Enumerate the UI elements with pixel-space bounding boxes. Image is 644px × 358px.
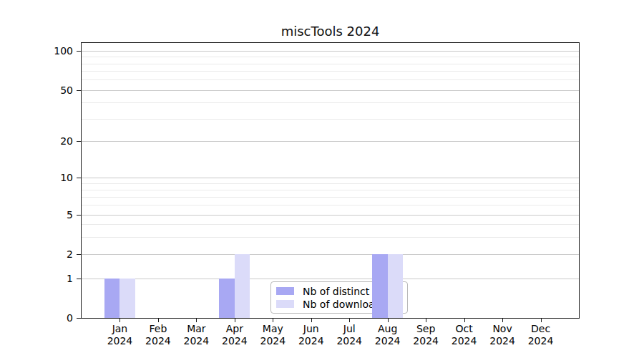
x-tick-mark [158, 319, 159, 322]
gridline-minor [82, 183, 579, 184]
y-axis-tick-labels: 0125102050100 [0, 42, 73, 319]
gridline-minor [82, 57, 579, 57]
legend-swatch-distinct-ips-icon [276, 287, 294, 295]
gridline-major [82, 279, 579, 279]
y-tick-label: 5 [0, 209, 73, 221]
chart-figure: miscTools 2024 0125102050100 Jan 2024Feb… [0, 0, 644, 358]
gridline-major [82, 215, 579, 216]
x-tick-mark [464, 319, 465, 322]
y-tick-label: 0 [0, 312, 73, 324]
y-tick-label: 50 [0, 84, 73, 96]
gridline-minor [82, 224, 579, 225]
plot-area: Nb of distinct IPs Nb of downloads [81, 42, 580, 319]
x-tick-mark [273, 319, 273, 322]
x-tick-mark [311, 319, 312, 322]
chart-title: miscTools 2024 [81, 24, 580, 39]
x-tick-mark [196, 319, 197, 322]
bar-distinct-ips-apr [219, 279, 234, 318]
x-tick-mark [119, 319, 120, 322]
gridline-major [82, 178, 579, 178]
x-tick-mark [426, 319, 426, 322]
x-tick-mark [235, 319, 235, 322]
gridline-minor [82, 64, 579, 64]
gridline-minor [82, 71, 579, 72]
gridline-minor [82, 79, 579, 80]
bar-distinct-ips-aug [372, 254, 387, 318]
bar-downloads-apr [235, 254, 250, 318]
legend-swatch-downloads-icon [276, 300, 294, 308]
gridline-minor [82, 119, 579, 120]
gridline-major [82, 141, 579, 142]
bar-downloads-jan [119, 279, 135, 318]
y-tick-label: 10 [0, 172, 73, 183]
gridline-minor [82, 190, 579, 190]
x-tick-mark [388, 319, 389, 322]
gridline-major [82, 51, 579, 52]
x-tick-mark [541, 319, 542, 322]
bar-distinct-ips-jan [104, 279, 119, 318]
x-tick-label: Dec 2024 [511, 323, 571, 347]
gridline-minor [82, 102, 579, 103]
y-tick-label: 100 [0, 45, 73, 57]
y-tick-label: 20 [0, 135, 73, 147]
gridline-minor [82, 205, 579, 205]
gridline-major [82, 90, 579, 91]
bar-downloads-aug [388, 254, 403, 318]
gridline-minor [82, 237, 579, 238]
gridline-minor [82, 197, 579, 198]
gridline-major [82, 254, 579, 255]
y-tick-label: 2 [0, 248, 73, 260]
x-tick-mark [502, 319, 503, 322]
y-tick-label: 1 [0, 273, 73, 284]
x-tick-mark [349, 319, 350, 322]
